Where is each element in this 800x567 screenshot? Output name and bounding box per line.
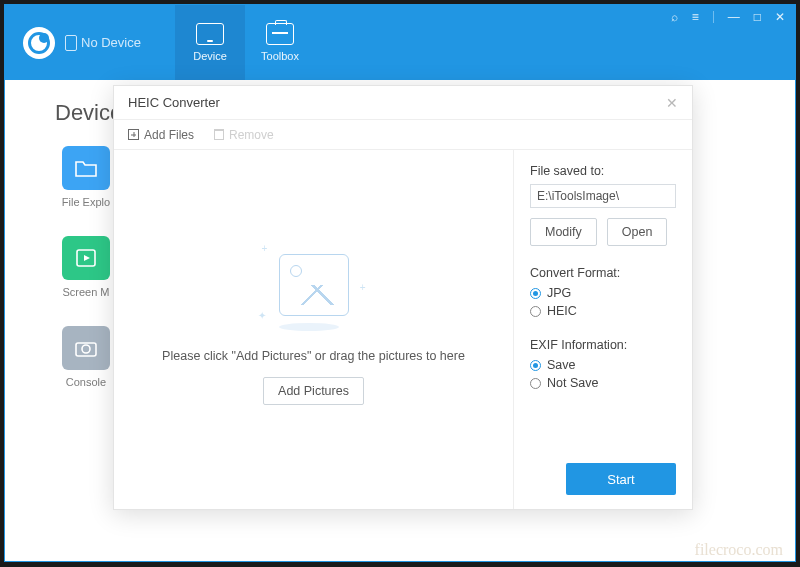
exif-save-label: Save (547, 358, 576, 372)
add-files-label: Add Files (144, 128, 194, 142)
saved-to-label: File saved to: (530, 164, 676, 178)
side-panel: File saved to: E:\iToolsImage\ Modify Op… (514, 150, 692, 509)
remove-button: Remove (214, 128, 274, 142)
nav-toolbox[interactable]: Toolbox (245, 5, 315, 80)
plus-icon (128, 129, 139, 140)
maximize-icon[interactable]: □ (754, 11, 761, 23)
separator (713, 11, 714, 23)
tool-label: Screen M (62, 286, 109, 298)
format-jpg-radio[interactable]: JPG (530, 286, 676, 300)
tool-console[interactable]: Console (55, 326, 117, 388)
exif-save-radio[interactable]: Save (530, 358, 676, 372)
dialog-header: HEIC Converter ✕ (114, 86, 692, 120)
svg-point-2 (82, 345, 90, 353)
window-controls: ⌕ ≡ — □ ✕ (671, 11, 785, 23)
search-icon[interactable]: ⌕ (671, 11, 678, 23)
tool-screen-mirror[interactable]: Screen M (55, 236, 117, 298)
camera-icon (62, 326, 110, 370)
menu-icon[interactable]: ≡ (692, 11, 699, 23)
trash-icon (214, 129, 224, 140)
tool-label: File Explo (62, 196, 110, 208)
format-jpg-label: JPG (547, 286, 571, 300)
nav: Device Toolbox (175, 5, 315, 80)
heic-converter-dialog: HEIC Converter ✕ Add Files Remove ++✦ (113, 85, 693, 510)
add-pictures-button[interactable]: Add Pictures (263, 377, 364, 405)
titlebar: No Device Device Toolbox ⌕ ≡ — □ ✕ (5, 5, 795, 80)
logo-area: No Device (5, 5, 175, 80)
watermark: filecroco.com (695, 541, 783, 559)
device-icon (196, 23, 224, 45)
toolbox-icon (266, 23, 294, 45)
play-icon (62, 236, 110, 280)
remove-label: Remove (229, 128, 274, 142)
image-placeholder-icon: ++✦ (279, 254, 349, 316)
exif-notsave-label: Not Save (547, 376, 598, 390)
exif-notsave-radio[interactable]: Not Save (530, 376, 676, 390)
folder-icon (62, 146, 110, 190)
tool-label: Console (66, 376, 106, 388)
dialog-close-icon[interactable]: ✕ (666, 95, 678, 111)
dialog-toolbar: Add Files Remove (114, 120, 692, 150)
drop-hint: Please click "Add Pictures" or drag the … (162, 349, 465, 363)
tool-file-explorer[interactable]: File Explo (55, 146, 117, 208)
nav-toolbox-label: Toolbox (261, 50, 299, 62)
exif-group: Save Not Save (530, 358, 676, 390)
nav-device-label: Device (193, 50, 227, 62)
shadow (279, 323, 339, 331)
close-icon[interactable]: ✕ (775, 11, 785, 23)
open-button[interactable]: Open (607, 218, 668, 246)
exif-label: EXIF Information: (530, 338, 676, 352)
minimize-icon[interactable]: — (728, 11, 740, 23)
app-logo (23, 27, 55, 59)
dialog-body: ++✦ Please click "Add Pictures" or drag … (114, 150, 692, 509)
device-status: No Device (65, 35, 141, 51)
dialog-title: HEIC Converter (128, 95, 220, 110)
format-label: Convert Format: (530, 266, 676, 280)
add-files-button[interactable]: Add Files (128, 128, 194, 142)
format-heic-label: HEIC (547, 304, 577, 318)
drop-area[interactable]: ++✦ Please click "Add Pictures" or drag … (114, 150, 514, 509)
start-button[interactable]: Start (566, 463, 676, 495)
format-group: JPG HEIC (530, 286, 676, 318)
format-heic-radio[interactable]: HEIC (530, 304, 676, 318)
nav-device[interactable]: Device (175, 5, 245, 80)
modify-button[interactable]: Modify (530, 218, 597, 246)
save-path-field[interactable]: E:\iToolsImage\ (530, 184, 676, 208)
